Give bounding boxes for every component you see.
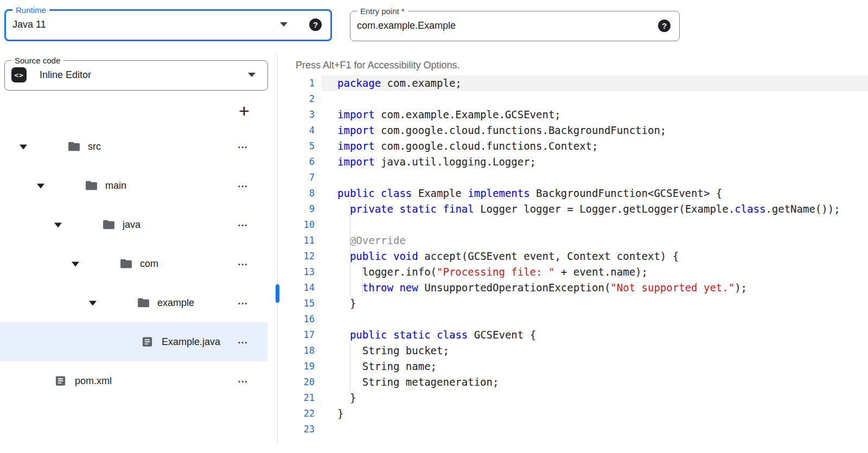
- line-number: 11: [278, 233, 315, 248]
- code-line[interactable]: 3import com.example.Example.GCSEvent;: [278, 107, 868, 123]
- code-line-content: public static class GCSEvent {: [321, 327, 868, 343]
- code-line-content: import com.google.cloud.functions.Contex…: [321, 138, 868, 154]
- code-line[interactable]: 13 logger.info("Processing file: " + eve…: [278, 264, 868, 280]
- code-line-content: public class Example implements Backgrou…: [321, 186, 868, 201]
- tree-item-label: com: [140, 258, 158, 270]
- code-line[interactable]: 21 }: [278, 390, 868, 406]
- code-line[interactable]: 14 throw new UnsupportedOperationExcepti…: [278, 280, 868, 296]
- tree-row-src[interactable]: src...: [0, 127, 267, 166]
- code-line[interactable]: 6import java.util.logging.Logger;: [278, 154, 868, 170]
- code-line[interactable]: 12 public void accept(GCSEvent event, Co…: [278, 248, 868, 264]
- more-options-button[interactable]: ...: [238, 217, 248, 229]
- code-line-content: import com.example.Example.GCSEvent;: [321, 107, 868, 123]
- line-number: 18: [278, 343, 315, 359]
- tree-row-java[interactable]: java...: [0, 205, 267, 244]
- line-number: 21: [278, 390, 315, 406]
- chevron-down-icon[interactable]: [54, 222, 62, 227]
- tree-row-pom-xml[interactable]: pom.xml...: [0, 361, 267, 400]
- code-line[interactable]: 11 @Override: [278, 233, 868, 248]
- more-options-button[interactable]: ...: [238, 178, 248, 190]
- more-options-button[interactable]: ...: [238, 373, 248, 385]
- code-line-content: [321, 217, 868, 233]
- line-number: 7: [278, 170, 315, 186]
- code-line[interactable]: 19 String name;: [278, 359, 868, 374]
- code-line[interactable]: 8public class Example implements Backgro…: [278, 186, 868, 201]
- more-options-button[interactable]: ...: [238, 256, 248, 268]
- code-line[interactable]: 4import com.google.cloud.functions.Backg…: [278, 123, 868, 138]
- line-number: 2: [278, 91, 315, 107]
- code-line-content: logger.info("Processing file: " + event.…: [321, 264, 868, 280]
- file-tree: src...main...java...com...example...Exam…: [0, 127, 267, 400]
- line-number: 9: [278, 201, 315, 217]
- code-editor[interactable]: Press Alt+F1 for Accessibility Options. …: [278, 0, 868, 453]
- code-line[interactable]: 22}: [278, 406, 868, 422]
- code-line-content: @Override: [321, 233, 868, 248]
- tree-item-label: pom.xml: [75, 375, 112, 387]
- tree-row-main[interactable]: main...: [0, 166, 267, 205]
- code-line[interactable]: 9 private static final Logger logger = L…: [278, 201, 868, 217]
- line-number: 12: [278, 248, 315, 264]
- code-line[interactable]: 16: [278, 311, 868, 327]
- accessibility-hint: Press Alt+F1 for Accessibility Options.: [296, 60, 460, 71]
- line-number: 23: [278, 422, 315, 437]
- code-line[interactable]: 10: [278, 217, 868, 233]
- source-code-value: Inline Editor: [40, 69, 248, 81]
- chevron-down-icon[interactable]: [37, 183, 44, 188]
- chevron-down-icon[interactable]: [72, 261, 79, 266]
- code-line[interactable]: 17 public static class GCSEvent {: [278, 327, 868, 343]
- folder-icon: [119, 257, 133, 271]
- chevron-down-icon[interactable]: [20, 144, 27, 149]
- folder-icon: [67, 140, 81, 154]
- runtime-label: Runtime: [12, 5, 49, 15]
- line-number: 19: [278, 359, 315, 374]
- code-line-content: [321, 311, 868, 327]
- line-number: 1: [278, 75, 315, 91]
- line-number: 5: [278, 138, 315, 154]
- code-line[interactable]: 7: [278, 170, 868, 186]
- code-line[interactable]: 2: [278, 91, 868, 107]
- tree-item-label: java: [123, 219, 141, 231]
- tree-row-example-java[interactable]: Example.java...: [0, 322, 267, 361]
- line-number: 10: [278, 217, 315, 233]
- code-line-content: throw new UnsupportedOperationException(…: [321, 280, 868, 296]
- code-line-content: String name;: [321, 359, 868, 374]
- code-area[interactable]: 1package com.example;23import com.exampl…: [278, 75, 868, 437]
- code-line-content: import com.google.cloud.functions.Backgr…: [321, 123, 868, 138]
- code-line-content: import java.util.logging.Logger;: [321, 154, 868, 170]
- code-line-content: String metageneration;: [321, 374, 868, 390]
- code-line[interactable]: 23: [278, 422, 868, 437]
- line-number: 6: [278, 154, 315, 170]
- tree-row-example[interactable]: example...: [0, 283, 267, 322]
- line-number: 17: [278, 327, 315, 343]
- add-file-button[interactable]: +: [235, 102, 253, 120]
- tree-item-label: main: [105, 180, 126, 192]
- code-line[interactable]: 1package com.example;: [278, 75, 868, 91]
- line-number: 4: [278, 123, 315, 138]
- folder-icon: [102, 218, 116, 232]
- code-line-content: }: [321, 296, 868, 311]
- more-options-button[interactable]: ...: [238, 295, 248, 307]
- file-icon: [141, 336, 154, 348]
- code-line[interactable]: 5import com.google.cloud.functions.Conte…: [278, 138, 868, 154]
- more-options-button[interactable]: ...: [238, 139, 248, 151]
- source-code-selector[interactable]: Source code <> Inline Editor: [4, 56, 268, 91]
- more-options-button[interactable]: ...: [238, 334, 248, 346]
- tree-item-label: Example.java: [162, 336, 220, 348]
- dropdown-arrow-icon[interactable]: [248, 73, 256, 77]
- tree-row-com[interactable]: com...: [0, 244, 267, 283]
- code-line-content: [321, 422, 868, 437]
- line-number: 20: [278, 374, 315, 390]
- code-line[interactable]: 20 String metageneration;: [278, 374, 868, 390]
- code-line[interactable]: 15 }: [278, 296, 868, 311]
- tree-item-label: example: [157, 297, 194, 309]
- line-number: 8: [278, 186, 315, 201]
- code-lines: 1package com.example;23import com.exampl…: [278, 75, 868, 437]
- line-number: 13: [278, 264, 315, 280]
- chevron-down-icon[interactable]: [89, 301, 97, 305]
- line-number: 16: [278, 311, 315, 327]
- line-number: 3: [278, 107, 315, 123]
- code-line[interactable]: 18 String bucket;: [278, 343, 868, 359]
- code-line-content: [321, 170, 868, 186]
- file-icon: [54, 375, 67, 387]
- source-code-label: Source code: [11, 56, 63, 65]
